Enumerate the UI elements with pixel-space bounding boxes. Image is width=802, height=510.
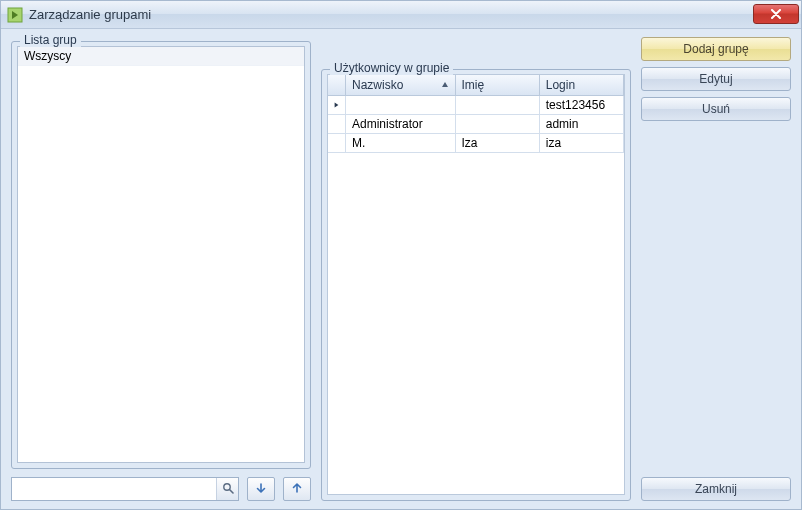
row-indicator xyxy=(328,96,346,115)
cell-name xyxy=(456,96,540,115)
cell-surname: Administrator xyxy=(346,115,456,134)
table-row[interactable]: test123456 xyxy=(328,96,624,115)
delete-group-button[interactable]: Usuń xyxy=(641,97,791,121)
window: Zarządzanie grupami Lista grup Wszyscy xyxy=(0,0,802,510)
window-close-button[interactable] xyxy=(753,4,799,24)
titlebar: Zarządzanie grupami xyxy=(1,1,801,29)
arrow-up-icon xyxy=(291,482,303,497)
search-input[interactable] xyxy=(12,478,216,500)
grid-header-login[interactable]: Login xyxy=(540,75,624,96)
cell-surname: M. xyxy=(346,134,456,153)
sort-asc-icon xyxy=(441,78,449,92)
search-button[interactable] xyxy=(216,478,238,500)
edit-group-button[interactable]: Edytuj xyxy=(641,67,791,91)
move-up-button[interactable] xyxy=(283,477,311,501)
search-wrap xyxy=(11,477,239,501)
column-login-label: Login xyxy=(546,78,575,92)
cell-surname xyxy=(346,96,456,115)
close-button[interactable]: Zamknij xyxy=(641,477,791,501)
cell-login: admin xyxy=(540,115,624,134)
svg-line-2 xyxy=(229,489,233,493)
search-icon xyxy=(222,482,234,497)
grid-body: test123456 Administrator admin M. Iza iz… xyxy=(328,96,624,494)
app-icon xyxy=(7,7,23,23)
add-group-button[interactable]: Dodaj grupę xyxy=(641,37,791,61)
left-controls xyxy=(11,477,311,501)
group-list-legend: Lista grup xyxy=(20,33,81,47)
arrow-down-icon xyxy=(255,482,267,497)
client-area: Lista grup Wszyscy xyxy=(1,29,801,509)
grid-header-selector[interactable] xyxy=(328,75,346,96)
table-row[interactable]: Administrator admin xyxy=(328,115,624,134)
move-down-button[interactable] xyxy=(247,477,275,501)
row-indicator xyxy=(328,115,346,134)
users-legend: Użytkownicy w grupie xyxy=(330,61,453,75)
cell-name xyxy=(456,115,540,134)
column-surname-label: Nazwisko xyxy=(352,78,403,92)
left-column: Lista grup Wszyscy xyxy=(11,41,311,501)
group-list-fieldset: Lista grup Wszyscy xyxy=(11,41,311,469)
cell-login: test123456 xyxy=(540,96,624,115)
column-name-label: Imię xyxy=(462,78,485,92)
row-indicator xyxy=(328,134,346,153)
group-list[interactable]: Wszyscy xyxy=(17,46,305,463)
table-row[interactable]: M. Iza iza xyxy=(328,134,624,153)
grid-header: Nazwisko Imię Login xyxy=(328,75,624,96)
right-button-column: Dodaj grupę Edytuj Usuń xyxy=(641,37,791,477)
group-list-item[interactable]: Wszyscy xyxy=(18,47,304,66)
cell-login: iza xyxy=(540,134,624,153)
grid-header-surname[interactable]: Nazwisko xyxy=(346,75,456,96)
cell-name: Iza xyxy=(456,134,540,153)
grid-header-name[interactable]: Imię xyxy=(456,75,540,96)
users-grid[interactable]: Nazwisko Imię Login xyxy=(327,74,625,495)
users-fieldset: Użytkownicy w grupie Nazwisko Imię Login xyxy=(321,69,631,501)
window-title: Zarządzanie grupami xyxy=(29,7,753,22)
